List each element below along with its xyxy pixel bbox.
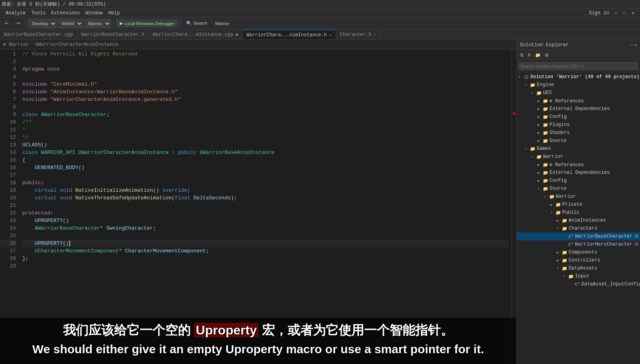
tree-dataassets[interactable]: ▾ 📁 DataAssets — [517, 264, 640, 272]
tree-label: External Dependencies — [549, 106, 610, 112]
folder-icon: 📁 — [542, 106, 549, 112]
tree-ue5[interactable]: ▾ 📁 UE5 — [517, 89, 640, 97]
tab-warriorchara-niminstance-h[interactable]: WarriorChara...nimInstance.h ✕ — [242, 30, 336, 39]
play-btn[interactable]: ▶ Local Windows Debugger — [116, 20, 178, 27]
tab-close-btn[interactable]: ✕ — [374, 32, 376, 37]
tree-warrior-config[interactable]: ▶ 📁 Config — [517, 177, 640, 185]
code-block[interactable]: // Vince Petrelli All Rights Reserved #p… — [19, 49, 512, 364]
redo-btn[interactable]: ↪ — [13, 19, 23, 28]
project-dropdown[interactable]: Warrior — [85, 19, 111, 28]
config-dropdown[interactable]: Develop — [28, 19, 57, 28]
tree-arrow: ▾ — [525, 83, 530, 87]
se-tree: ▾ ⬡ Solution 'Warrior' (49 of 49 project… — [517, 72, 640, 364]
tree-games[interactable]: ▾ 📁 Games — [517, 145, 640, 153]
tree-source-engine[interactable]: ▶ 📁 Source — [517, 137, 640, 145]
tree-label: DataAsset_InputConfig.h — [581, 281, 640, 287]
tab-warriorchara-minstance-cpp[interactable]: WarriorChara...mInstance.cpp ● — [149, 30, 242, 39]
window-close[interactable]: ✕ — [629, 9, 637, 18]
editor-content[interactable]: 12345 678910 1112131415 1617181920 21222… — [0, 49, 516, 364]
folder-icon: 📁 — [561, 218, 568, 223]
se-collapse-btn[interactable]: — — [630, 43, 633, 47]
tab-warriorbasecharacter-cpp[interactable]: WarriorBaseCharacter.cpp — [0, 30, 77, 39]
tree-label: Warrior — [543, 154, 563, 159]
tree-label: UE5 — [543, 90, 552, 96]
menu-analyze[interactable]: Analyze — [3, 9, 28, 18]
folder-icon: 📁 — [561, 266, 568, 271]
menu-bar: Analyze Tools Extensions Window Help Sig… — [0, 9, 640, 18]
tree-warrior-references[interactable]: ▶ 📁 ⊕ References — [517, 161, 640, 169]
folder-icon: 📁 — [530, 146, 536, 152]
tree-warrior-project[interactable]: ▾ 📁 Warrior — [517, 153, 640, 161]
tree-ext-dep[interactable]: ▶ 📁 External Dependencies — [517, 105, 640, 113]
tree-arrow: ▶ — [557, 250, 561, 255]
se-folder-btn[interactable]: 📁 — [534, 51, 542, 60]
tree-public[interactable]: ▾ 📁 Public — [517, 209, 640, 216]
tree-private[interactable]: ▶ 📁 Private — [517, 201, 640, 209]
tree-label: Games — [537, 146, 551, 152]
tree-controllers[interactable]: ▶ 📁 Controllers — [517, 256, 640, 264]
tree-label: Components — [569, 250, 597, 255]
se-close-btn[interactable]: ✕ — [634, 43, 637, 47]
se-refresh-btn[interactable]: ↻ — [526, 51, 533, 60]
tab-warriorbasecharacter-h[interactable]: WarriorBaseCharacter.h — [77, 30, 149, 39]
menu-help[interactable]: Help — [106, 9, 122, 18]
tab-label: Character.h — [340, 32, 372, 37]
tree-label: Config — [549, 114, 567, 120]
folder-icon: 📁 — [542, 186, 549, 191]
tree-arrow: ▶ — [550, 203, 555, 207]
tree-warriorherocharacter-h[interactable]: C* WarriorHeroCharacter.h — [517, 240, 640, 248]
menu-window[interactable]: Window — [83, 9, 105, 18]
tree-arrow: ▾ — [518, 75, 523, 79]
tree-components[interactable]: ▶ 📁 Components — [517, 248, 640, 256]
tree-shaders[interactable]: ▶ 📁 Shaders — [517, 129, 640, 137]
menu-tools[interactable]: Tools — [29, 9, 48, 18]
se-search-input[interactable] — [518, 62, 638, 70]
toolbar: ↩ ↪ Develop Win64 Warrior ▶ Local Window… — [0, 18, 640, 30]
menu-extensions[interactable]: Extensions — [49, 9, 82, 18]
tree-warrior-extdep[interactable]: ▶ 📁 External Dependencies — [517, 169, 640, 177]
folder-icon: 📁 — [542, 114, 549, 120]
toolbar-sep1 — [26, 20, 26, 28]
error-indicator — [513, 112, 516, 115]
tree-references[interactable]: ▶ 📁 ⊕ References — [517, 97, 640, 105]
undo-btn[interactable]: ↩ — [2, 19, 12, 28]
folder-icon: 📁 — [542, 130, 549, 136]
search-btn[interactable]: 🔍 Search — [183, 19, 210, 28]
tree-arrow: ▶ — [557, 218, 561, 223]
tree-arrow: ▶ — [538, 163, 542, 167]
tree-input[interactable]: ▾ 📁 Input — [517, 272, 640, 280]
tree-animinstances[interactable]: ▶ 📁 AnimInstances — [517, 216, 640, 224]
tree-label: Controllers — [569, 258, 600, 263]
tree-label: Warrior — [556, 194, 576, 199]
tree-warriorbasecharacter-h[interactable]: C* WarriorBaseCharacter.h — [517, 232, 640, 240]
tree-config[interactable]: ▶ 📁 Config — [517, 113, 640, 121]
tree-arrow: ▾ — [538, 187, 542, 191]
file-icon: C* — [568, 234, 574, 239]
tree-label: External Dependencies — [549, 170, 610, 175]
tree-arrow: ▶ — [538, 107, 542, 111]
indicator-bar — [512, 49, 516, 364]
se-sync-btn[interactable]: ⇅ — [518, 51, 525, 60]
se-settings-btn[interactable]: ⚙ — [543, 51, 550, 60]
tree-characters[interactable]: ▾ 📁 Characters — [517, 224, 640, 232]
tree-arrow: ▾ — [563, 274, 568, 279]
tree-dataasset-inputconfig[interactable]: C* DataAsset_InputConfig.h — [517, 280, 640, 288]
tree-label: Private — [562, 202, 582, 207]
tab-character-h[interactable]: Character.h ✕ — [336, 30, 381, 39]
tree-plugins[interactable]: ▶ 📁 Plugins — [517, 121, 640, 129]
tree-warrior-subdir[interactable]: ▾ 📁 Warrior — [517, 193, 640, 201]
window-maximize[interactable]: □ — [621, 9, 628, 18]
window-minimize[interactable]: — — [612, 9, 620, 18]
line-numbers: 12345 678910 1112131415 1617181920 21222… — [0, 49, 19, 364]
folder-icon: 📁 — [561, 250, 568, 255]
platform-dropdown[interactable]: Win64 — [58, 19, 83, 28]
sign-in[interactable]: Sign in — [587, 9, 611, 18]
folder-icon: 📁 — [561, 258, 568, 263]
tab-close-btn[interactable]: ✕ — [329, 33, 332, 37]
tree-solution[interactable]: ▾ ⬡ Solution 'Warrior' (49 of 49 project… — [517, 73, 640, 81]
tree-engine[interactable]: ▾ 📁 Engine — [517, 81, 640, 89]
warrior-btn[interactable]: Warrior — [212, 19, 232, 28]
folder-icon: 📁 — [542, 122, 549, 128]
editor-header: ⊞ Warrior › UWarriorCharacterAnimInstanc… — [0, 40, 516, 49]
tree-warrior-source[interactable]: ▾ 📁 Source — [517, 185, 640, 193]
